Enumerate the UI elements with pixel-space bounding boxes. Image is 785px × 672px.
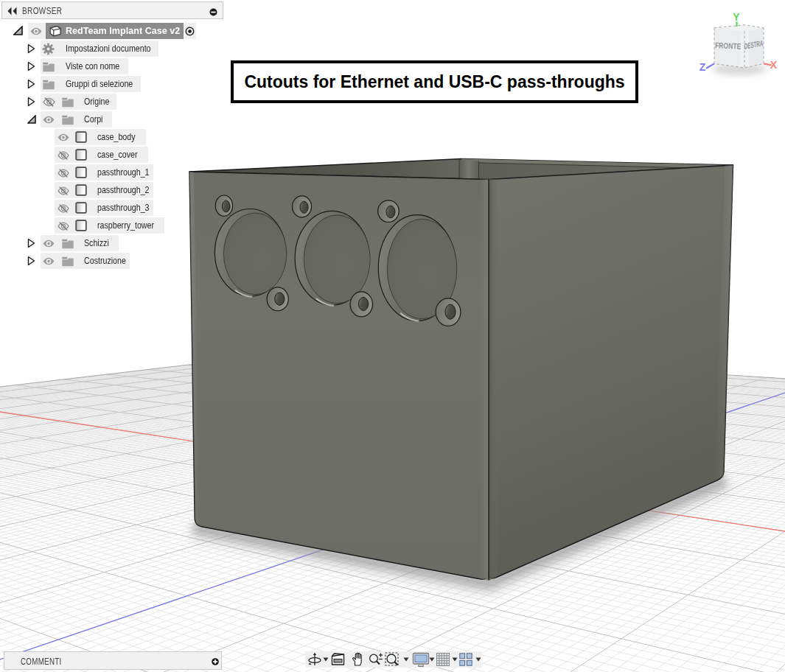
svg-text:Y: Y [733,11,740,23]
svg-text:X: X [770,59,778,71]
svg-text:FRONTE: FRONTE [715,41,742,51]
svg-text:Z: Z [699,61,706,73]
